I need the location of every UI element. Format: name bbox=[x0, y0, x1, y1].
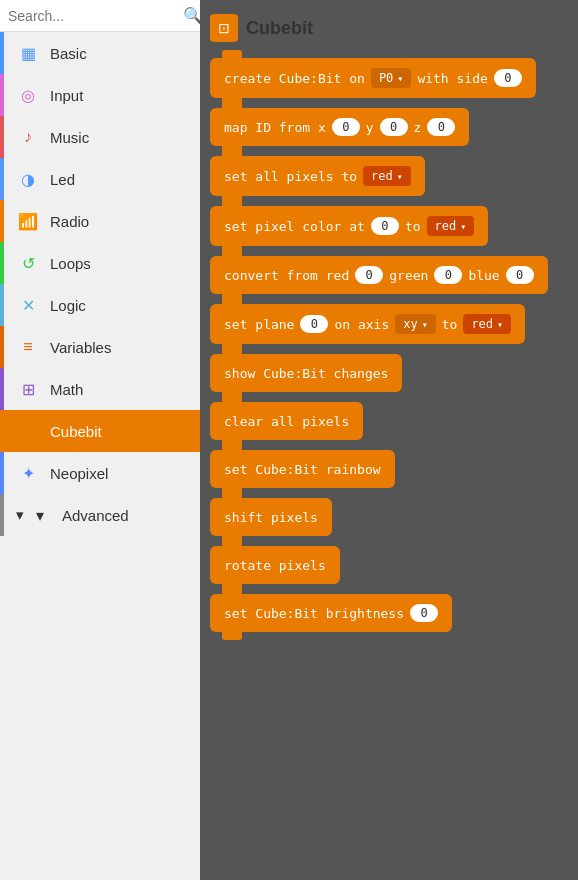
block-text: set Cube:Bit rainbow bbox=[224, 462, 381, 477]
input-oval[interactable]: 0 bbox=[427, 118, 455, 136]
math-icon: ⊞ bbox=[16, 377, 40, 401]
block-set-all-pixels[interactable]: set all pixels tored bbox=[210, 156, 425, 196]
block-text: with side bbox=[417, 71, 487, 86]
block-rotate-pixels[interactable]: rotate pixels bbox=[210, 546, 340, 584]
block-set-rainbow[interactable]: set Cube:Bit rainbow bbox=[210, 450, 395, 488]
cubebit-icon: ⊡ bbox=[16, 419, 40, 443]
block-set-plane[interactable]: set plane0on axisxytored bbox=[210, 304, 525, 344]
sidebar-item-led[interactable]: ◑Led bbox=[0, 158, 200, 200]
input-oval[interactable]: 0 bbox=[355, 266, 383, 284]
music-icon: ♪ bbox=[16, 125, 40, 149]
advanced-icon: ▾ bbox=[28, 503, 52, 527]
input-oval[interactable]: 0 bbox=[332, 118, 360, 136]
block-show-changes[interactable]: show Cube:Bit changes bbox=[210, 354, 402, 392]
block-row-set-brightness: set Cube:Bit brightness0 bbox=[210, 594, 568, 632]
dropdown-P0[interactable]: P0 bbox=[371, 68, 411, 88]
sidebar-label-neopixel: Neopixel bbox=[50, 465, 108, 482]
radio-icon: 📶 bbox=[16, 209, 40, 233]
sidebar-item-variables[interactable]: ≡Variables bbox=[0, 326, 200, 368]
dropdown-red[interactable]: red bbox=[427, 216, 475, 236]
logic-icon: ✕ bbox=[16, 293, 40, 317]
block-shift-pixels[interactable]: shift pixels bbox=[210, 498, 332, 536]
sidebar-items: ▦Basic◎Input♪Music◑Led📶Radio↺Loops✕Logic… bbox=[0, 32, 200, 536]
block-row-set-pixel-color: set pixel color at0tored bbox=[210, 206, 568, 246]
block-text: set all pixels to bbox=[224, 169, 357, 184]
block-text: clear all pixels bbox=[224, 414, 349, 429]
sidebar-label-logic: Logic bbox=[50, 297, 86, 314]
sidebar-item-neopixel[interactable]: ✦Neopixel bbox=[0, 452, 200, 494]
block-row-set-rainbow: set Cube:Bit rainbow bbox=[210, 450, 568, 488]
main-header: ⊡ Cubebit bbox=[210, 10, 568, 46]
input-oval[interactable]: 0 bbox=[410, 604, 438, 622]
input-oval[interactable]: 0 bbox=[506, 266, 534, 284]
block-map-id[interactable]: map ID from x0y0z0 bbox=[210, 108, 469, 146]
block-row-shift-pixels: shift pixels bbox=[210, 498, 568, 536]
sidebar-label-basic: Basic bbox=[50, 45, 87, 62]
sidebar-item-loops[interactable]: ↺Loops bbox=[0, 242, 200, 284]
dropdown-red[interactable]: red bbox=[363, 166, 411, 186]
sidebar-item-basic[interactable]: ▦Basic bbox=[0, 32, 200, 74]
block-text: set Cube:Bit brightness bbox=[224, 606, 404, 621]
loops-icon: ↺ bbox=[16, 251, 40, 275]
dropdown-red[interactable]: red bbox=[463, 314, 511, 334]
sidebar-label-music: Music bbox=[50, 129, 89, 146]
block-row-create-cube: create Cube:Bit onP0with side0 bbox=[210, 58, 568, 98]
block-row-rotate-pixels: rotate pixels bbox=[210, 546, 568, 584]
search-icon: 🔍 bbox=[183, 6, 200, 25]
chevron-icon-advanced: ▾ bbox=[16, 506, 24, 524]
neopixel-icon: ✦ bbox=[16, 461, 40, 485]
sidebar-label-variables: Variables bbox=[50, 339, 111, 356]
block-clear-pixels[interactable]: clear all pixels bbox=[210, 402, 363, 440]
sidebar-item-music[interactable]: ♪Music bbox=[0, 116, 200, 158]
sidebar-label-led: Led bbox=[50, 171, 75, 188]
block-text: to bbox=[405, 219, 421, 234]
block-text: on axis bbox=[334, 317, 389, 332]
block-convert-from[interactable]: convert from red0green0blue0 bbox=[210, 256, 548, 294]
sidebar: 🔍 ▦Basic◎Input♪Music◑Led📶Radio↺Loops✕Log… bbox=[0, 0, 200, 880]
block-row-set-plane: set plane0on axisxytored bbox=[210, 304, 568, 344]
block-text: show Cube:Bit changes bbox=[224, 366, 388, 381]
input-oval[interactable]: 0 bbox=[380, 118, 408, 136]
input-oval[interactable]: 0 bbox=[371, 217, 399, 235]
block-set-pixel-color[interactable]: set pixel color at0tored bbox=[210, 206, 488, 246]
search-box: 🔍 bbox=[0, 0, 200, 32]
variables-icon: ≡ bbox=[16, 335, 40, 359]
block-create-cube[interactable]: create Cube:Bit onP0with side0 bbox=[210, 58, 536, 98]
block-text: to bbox=[442, 317, 458, 332]
block-text: z bbox=[414, 120, 422, 135]
block-set-brightness[interactable]: set Cube:Bit brightness0 bbox=[210, 594, 452, 632]
sidebar-item-advanced[interactable]: ▾ ▾Advanced bbox=[0, 494, 200, 536]
cubebit-header-icon: ⊡ bbox=[210, 14, 238, 42]
main-panel: ⊡ Cubebit create Cube:Bit onP0with side0… bbox=[200, 0, 578, 880]
block-text: set pixel color at bbox=[224, 219, 365, 234]
dropdown-xy[interactable]: xy bbox=[395, 314, 435, 334]
block-row-convert-from: convert from red0green0blue0 bbox=[210, 256, 568, 294]
block-row-map-id: map ID from x0y0z0 bbox=[210, 108, 568, 146]
block-text: rotate pixels bbox=[224, 558, 326, 573]
search-input[interactable] bbox=[8, 8, 183, 24]
block-row-show-changes: show Cube:Bit changes bbox=[210, 354, 568, 392]
sidebar-label-input: Input bbox=[50, 87, 83, 104]
block-text: map ID from x bbox=[224, 120, 326, 135]
sidebar-item-math[interactable]: ⊞Math bbox=[0, 368, 200, 410]
input-icon: ◎ bbox=[16, 83, 40, 107]
sidebar-item-cubebit[interactable]: ⊡Cubebit bbox=[0, 410, 200, 452]
sidebar-label-advanced: Advanced bbox=[62, 507, 129, 524]
block-text: create Cube:Bit on bbox=[224, 71, 365, 86]
block-text: blue bbox=[468, 268, 499, 283]
sidebar-item-input[interactable]: ◎Input bbox=[0, 74, 200, 116]
block-text: y bbox=[366, 120, 374, 135]
sidebar-item-logic[interactable]: ✕Logic bbox=[0, 284, 200, 326]
block-text: set plane bbox=[224, 317, 294, 332]
blocks-container: create Cube:Bit onP0with side0map ID fro… bbox=[210, 58, 568, 632]
block-text: green bbox=[389, 268, 428, 283]
basic-icon: ▦ bbox=[16, 41, 40, 65]
input-oval[interactable]: 0 bbox=[494, 69, 522, 87]
led-icon: ◑ bbox=[16, 167, 40, 191]
sidebar-label-loops: Loops bbox=[50, 255, 91, 272]
sidebar-item-radio[interactable]: 📶Radio bbox=[0, 200, 200, 242]
block-text: shift pixels bbox=[224, 510, 318, 525]
sidebar-label-radio: Radio bbox=[50, 213, 89, 230]
input-oval[interactable]: 0 bbox=[300, 315, 328, 333]
input-oval[interactable]: 0 bbox=[434, 266, 462, 284]
